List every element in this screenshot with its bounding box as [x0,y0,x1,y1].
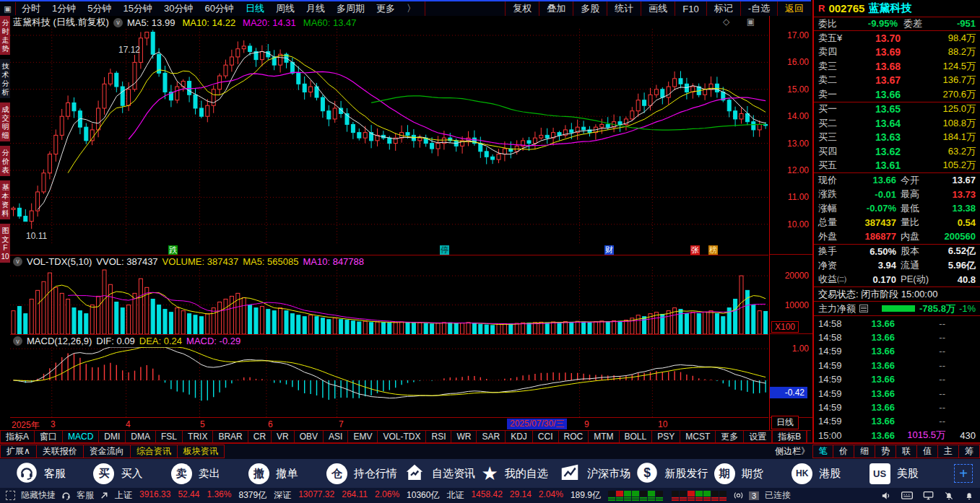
tick-row-0[interactable]: 14:5813.66-- [814,316,980,330]
bid-row-1[interactable]: 买一13.65125.0万 [814,102,980,117]
tool-画线[interactable]: 画线 [641,1,675,16]
period-tab-60分钟[interactable]: 60分钟 [199,2,239,15]
dock-positions[interactable]: 仓持仓行情 [326,463,404,484]
arrow-up-right-icon[interactable] [100,491,109,500]
market-index-summary[interactable]: 上证3916.3352.441.36%8379亿深证13077.32264.11… [115,489,601,502]
hide-shortcut-label[interactable]: 隐藏快捷 [21,489,56,502]
dock-new-shares[interactable]: $新股发行 [636,462,714,486]
indicator-tab-CR[interactable]: CR [248,431,272,443]
dock-hs-market[interactable]: 沪深市场 [559,462,636,486]
dock-buy[interactable]: 买买入 [93,463,170,484]
list-icon[interactable] [859,305,868,312]
tick-row-4[interactable]: 14:5913.66-- [814,372,980,386]
mini-tab-价[interactable]: 价 [833,445,854,458]
indicator-tab-VR[interactable]: VR [272,431,295,443]
tick-row-5[interactable]: 14:5913.66-- [814,386,980,400]
ask-row-2[interactable]: 卖二13.67136.7万 [814,74,980,88]
tool-标记[interactable]: 标记 [706,1,740,16]
tool-多股[interactable]: 多股 [573,1,607,16]
tick-row-1[interactable]: 14:5813.66-- [814,331,980,344]
sidebar-tab-price-table[interactable]: 分价表 [0,146,10,176]
tool-复权[interactable]: 复权 [505,1,539,16]
tool-F10[interactable]: F10 [675,1,706,16]
period-tab-5分钟[interactable]: 5分钟 [82,2,117,15]
indicator-tab-ROC[interactable]: ROC [559,431,589,443]
bell-slash-icon[interactable] [944,491,954,501]
event-mark-榜[interactable]: 榜 [708,245,718,255]
tool--自选[interactable]: -自选 [740,1,777,16]
dock-us-stocks[interactable]: US美股 [870,463,947,484]
sidebar-toggle[interactable]: 侧边栏》 [775,445,810,458]
period-tab-更多[interactable]: 更多 [370,2,401,15]
indicator-tab-DMA[interactable]: DMA [126,431,156,443]
keyboard-icon[interactable] [901,491,913,500]
mini-tab-筹[interactable]: 筹 [959,445,980,458]
period-tab-周线[interactable]: 周线 [270,2,300,15]
event-mark-财[interactable]: 财 [604,245,614,255]
collapse-icon[interactable]: v [13,336,22,346]
ext-tab-扩展∧[interactable]: 扩展∧ [0,445,37,458]
sidebar-tab-basic-info[interactable]: 基本资料 [0,180,10,219]
indicator-tab-MCST[interactable]: MCST [680,431,716,443]
sidebar-tab-minute-trend[interactable]: 分时走势 [0,16,10,55]
ask-row-1[interactable]: 卖一13.66270.6万 [814,87,980,102]
indicator-tab-BRAR[interactable]: BRAR [213,431,248,443]
indicator-tab-DMI[interactable]: DMI [99,431,126,443]
indicator-tab-MACD[interactable]: MACD [63,431,99,443]
event-mark-张[interactable]: 张 [690,245,700,255]
ask-row-3[interactable]: 卖三13.68124.5万 [814,59,980,74]
bid-row-3[interactable]: 买三13.63184.1万 [814,131,980,145]
tick-row-6[interactable]: 14:5913.66-- [814,401,980,414]
dock-my-watchlist[interactable]: ★我的自选 [482,463,559,484]
sidebar-tab-f10[interactable]: 图文F10 [0,224,10,263]
tool-统计[interactable]: 统计 [607,1,641,16]
dock-add-button[interactable]: + [954,464,973,483]
mini-tab-势[interactable]: 势 [875,445,896,458]
indicator-tab-TRIX[interactable]: TRIX [183,431,213,443]
ext-tab-综合资讯[interactable]: 综合资讯 [131,445,178,458]
indicator-tab-更多[interactable]: 更多 [716,431,744,443]
period-tab-1分钟[interactable]: 1分钟 [46,2,82,15]
indicator-tab-OBV[interactable]: OBV [295,431,324,443]
indicator-tab-RSI[interactable]: RSI [426,431,451,443]
speaker-icon[interactable] [880,491,891,501]
indicator-tab-指标A[interactable]: 指标A [0,431,35,443]
tool-叠加[interactable]: 叠加 [539,1,573,16]
event-mark-跌[interactable]: 跌 [168,245,178,255]
ask-row-5[interactable]: 卖五¥13.7098.4万 [814,31,980,45]
period-tab-日线[interactable]: 日线 [240,2,270,15]
dock-customer-service[interactable]: 客服 [16,462,93,486]
event-mark-停[interactable]: 停 [440,245,449,255]
mini-tab-主[interactable]: 主 [938,445,959,458]
period-tab-月线[interactable]: 月线 [300,2,331,15]
bell-icon[interactable] [964,491,974,501]
mini-tab-值[interactable]: 值 [917,445,938,458]
ext-tab-板块资讯[interactable]: 板块资讯 [178,445,225,458]
indicator-tab-ASI[interactable]: ASI [324,431,348,443]
tick-row-3[interactable]: 14:5913.66-- [814,359,980,372]
sidebar-tab-technical-analysis[interactable]: 技术分析 [0,59,10,98]
dock-hk-stocks[interactable]: HK港股 [792,463,869,484]
indicator-tab-BOLL[interactable]: BOLL [620,431,653,443]
indicator-tab-WR[interactable]: WR [451,431,477,443]
ask-row-4[interactable]: 卖四13.6988.2万 [814,45,980,60]
collapse-icon[interactable]: v [113,18,123,27]
tool-返回[interactable]: 返回 [777,1,811,16]
period-tab-多周期[interactable]: 多周期 [331,2,370,15]
dock-watchlist-news[interactable]: 自选资讯 [404,462,481,486]
kline-chart[interactable] [10,29,768,245]
chart-corner-icons[interactable]: ◇ ▣ [723,17,762,27]
period-tab-〉[interactable]: 〉 [401,2,422,15]
mini-tab-笔[interactable]: 笔 [812,445,833,458]
mini-tab-联[interactable]: 联 [896,445,917,458]
bid-row-4[interactable]: 买四13.6263.2万 [814,144,980,159]
indicator-tab-VOL-TDX[interactable]: VOL-TDX [378,431,426,443]
period-tab-15分钟[interactable]: 15分钟 [117,2,157,15]
indicator-tab-FSL[interactable]: FSL [156,431,183,443]
monitor-icon[interactable] [923,491,934,500]
indicator-tab-EMV[interactable]: EMV [348,431,378,443]
mini-tab-细[interactable]: 细 [854,445,875,458]
bid-row-2[interactable]: 买二13.64108.8万 [814,116,980,131]
indicator-tab-窗口[interactable]: 窗口 [35,431,63,443]
bid-row-5[interactable]: 买五13.61105.2万 [814,159,980,173]
